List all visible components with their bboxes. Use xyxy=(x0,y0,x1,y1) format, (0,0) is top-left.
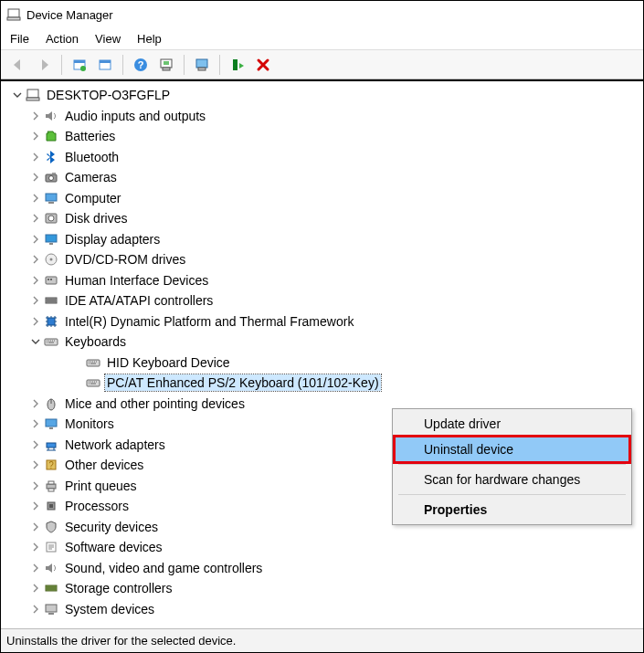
svg-rect-19 xyxy=(46,194,57,201)
menu-help[interactable]: Help xyxy=(137,32,162,46)
category-label: DVD/CD-ROM drives xyxy=(63,251,187,268)
category-label: Bluetooth xyxy=(63,149,121,165)
keyboard-icon xyxy=(43,333,59,350)
chevron-right-icon[interactable] xyxy=(28,520,43,534)
svg-rect-10 xyxy=(163,68,170,70)
camera-icon xyxy=(43,169,59,185)
tree-category[interactable]: DVD/CD-ROM drives xyxy=(5,249,643,270)
chevron-right-icon[interactable] xyxy=(28,293,43,308)
category-label: Keyboards xyxy=(63,333,128,350)
sound-icon xyxy=(43,560,59,576)
tree-category[interactable]: Batteries xyxy=(5,126,643,147)
svg-point-4 xyxy=(80,66,86,71)
window-title: Device Manager xyxy=(26,8,113,22)
tree-category[interactable]: Audio inputs and outputs xyxy=(5,106,643,127)
tree-category[interactable]: Disk drives xyxy=(5,208,643,229)
category-label: Print queues xyxy=(63,478,139,494)
svg-text:?: ? xyxy=(48,460,54,470)
category-label: Security devices xyxy=(63,519,160,535)
svg-rect-12 xyxy=(198,68,206,70)
chevron-right-icon[interactable] xyxy=(28,437,43,452)
uninstall-button[interactable] xyxy=(251,53,275,77)
svg-rect-39 xyxy=(47,443,56,448)
system-icon xyxy=(43,601,59,617)
chevron-right-icon[interactable] xyxy=(28,232,43,247)
svg-rect-18 xyxy=(52,173,56,174)
category-label: Intel(R) Dynamic Platform and Thermal Fr… xyxy=(63,313,355,330)
update-driver-button[interactable] xyxy=(190,53,214,77)
chevron-right-icon[interactable] xyxy=(28,561,43,575)
tree-category[interactable]: Display adapters xyxy=(5,229,643,250)
context-menu-item[interactable]: Uninstall device xyxy=(395,437,629,462)
chevron-right-icon[interactable] xyxy=(28,191,43,205)
chevron-right-icon[interactable] xyxy=(28,602,43,616)
chevron-right-icon[interactable] xyxy=(28,581,43,595)
keyboard-icon xyxy=(85,374,101,391)
context-menu-item[interactable]: Scan for hardware changes xyxy=(395,467,629,492)
chevron-right-icon[interactable] xyxy=(28,416,43,431)
bluetooth-icon xyxy=(43,149,59,165)
chevron-right-icon[interactable] xyxy=(28,211,43,226)
category-label: Cameras xyxy=(63,169,119,185)
chevron-right-icon[interactable] xyxy=(28,109,43,123)
menu-view[interactable]: View xyxy=(95,32,121,46)
category-label: Sound, video and game controllers xyxy=(63,560,264,576)
monitor-icon xyxy=(43,416,59,432)
tree-category[interactable]: Intel(R) Dynamic Platform and Thermal Fr… xyxy=(5,311,643,332)
hid-icon xyxy=(43,272,59,289)
context-menu-item[interactable]: Update driver xyxy=(395,411,629,437)
menu-file[interactable]: File xyxy=(10,32,29,46)
properties-button[interactable] xyxy=(68,53,91,77)
chevron-right-icon[interactable] xyxy=(28,170,43,184)
tree-root[interactable]: DESKTOP-O3FGFLP xyxy=(5,85,643,106)
help-button[interactable]: ? xyxy=(129,53,153,77)
tree-category[interactable]: Bluetooth xyxy=(5,147,643,168)
menu-action[interactable]: Action xyxy=(46,32,79,46)
titlebar: Device Manager xyxy=(1,1,643,28)
chevron-right-icon[interactable] xyxy=(28,252,43,267)
tree-device[interactable]: HID Keyboard Device xyxy=(5,353,643,374)
tree-category[interactable]: Sound, video and game controllers xyxy=(5,558,643,579)
chevron-right-icon[interactable] xyxy=(28,129,43,143)
svg-rect-46 xyxy=(49,504,53,508)
category-label: Batteries xyxy=(63,128,117,144)
chevron-right-icon[interactable] xyxy=(28,458,43,472)
tree-category[interactable]: Storage controllers xyxy=(5,578,643,599)
svg-rect-48 xyxy=(46,585,57,591)
tree-device[interactable]: PC/AT Enhanced PS/2 Keyboard (101/102-Ke… xyxy=(5,373,643,394)
svg-rect-11 xyxy=(196,59,207,68)
back-button[interactable] xyxy=(6,53,30,77)
computer-icon xyxy=(25,87,41,103)
tree-category[interactable]: System devices xyxy=(5,599,643,620)
svg-rect-28 xyxy=(48,279,49,280)
chevron-right-icon[interactable] xyxy=(28,540,43,554)
other-icon: ? xyxy=(43,457,59,473)
refresh-button[interactable] xyxy=(93,53,117,77)
forward-button[interactable] xyxy=(32,53,56,77)
tree-category[interactable]: Cameras xyxy=(5,167,643,188)
chevron-right-icon[interactable] xyxy=(28,150,43,164)
tree-category[interactable]: Keyboards xyxy=(5,332,643,353)
disk-icon xyxy=(43,210,59,226)
svg-rect-14 xyxy=(27,90,38,98)
chevron-right-icon[interactable] xyxy=(28,273,43,288)
context-menu-item[interactable]: Properties xyxy=(395,497,629,522)
chevron-down-icon[interactable] xyxy=(10,88,25,102)
chevron-right-icon[interactable] xyxy=(28,314,43,329)
tree-category[interactable]: Software devices xyxy=(5,537,643,558)
toolbar: ? xyxy=(1,50,643,79)
category-label: Human Interface Devices xyxy=(63,272,210,289)
device-tree-pane[interactable]: DESKTOP-O3FGFLPAudio inputs and outputsB… xyxy=(1,79,643,628)
chevron-down-icon[interactable] xyxy=(28,334,43,349)
chevron-right-icon[interactable] xyxy=(28,479,43,493)
install-driver-button[interactable] xyxy=(226,53,249,77)
tree-category[interactable]: Human Interface Devices xyxy=(5,270,643,291)
tree-category[interactable]: Computer xyxy=(5,188,643,209)
chevron-right-icon[interactable] xyxy=(28,396,43,411)
category-label: IDE ATA/ATAPI controllers xyxy=(63,292,215,309)
network-icon xyxy=(43,437,59,453)
category-label: Disk drives xyxy=(63,210,129,226)
tree-category[interactable]: IDE ATA/ATAPI controllers xyxy=(5,290,643,311)
chevron-right-icon[interactable] xyxy=(28,499,43,513)
scan-button[interactable] xyxy=(154,53,178,77)
